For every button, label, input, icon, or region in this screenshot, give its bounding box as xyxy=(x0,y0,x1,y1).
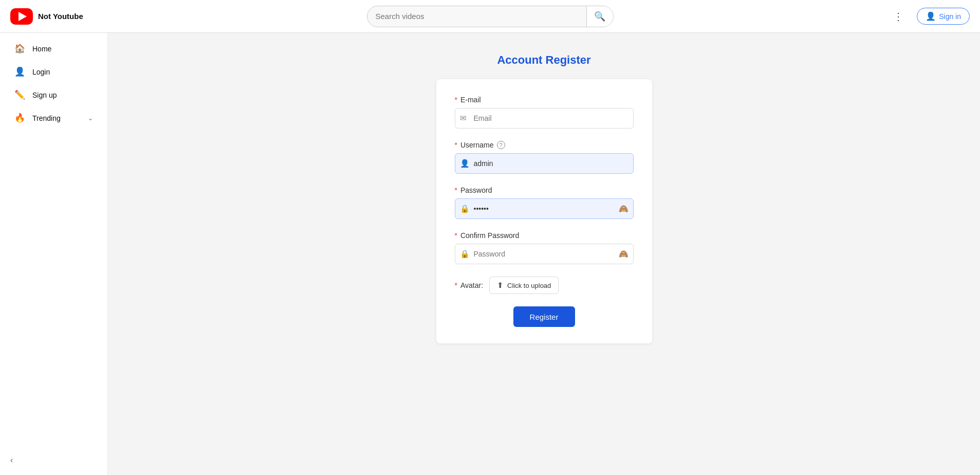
sidebar: 🏠 Home 👤 Login ✏️ Sign up 🔥 Trending ⌄ ‹ xyxy=(0,33,108,475)
password-label-text: Password xyxy=(460,186,492,194)
email-icon: ✉ xyxy=(460,114,467,123)
trending-icon: 🔥 xyxy=(14,113,25,123)
email-group: * E-mail ✉ xyxy=(455,96,634,129)
avatar-row: * Avatar: ⬆ Click to upload xyxy=(455,277,634,294)
confirm-password-label-text: Confirm Password xyxy=(460,231,519,240)
confirm-password-group: * Confirm Password 🔒 🙈 xyxy=(455,231,634,264)
logo-area: Not Youtube xyxy=(10,8,103,25)
confirm-required-star: * xyxy=(455,231,457,240)
search-area: 🔍 xyxy=(111,6,869,27)
search-button[interactable]: 🔍 xyxy=(586,6,613,27)
username-help-icon[interactable]: ? xyxy=(497,141,505,149)
search-box: 🔍 xyxy=(367,6,614,27)
sidebar-item-signup[interactable]: ✏️ Sign up xyxy=(4,84,103,105)
username-label: * Username ? xyxy=(455,141,634,149)
upload-label: Click to upload xyxy=(507,282,551,289)
more-button[interactable]: ⋮ xyxy=(889,8,909,25)
register-button[interactable]: Register xyxy=(513,306,575,327)
email-input[interactable] xyxy=(455,108,634,129)
home-icon: 🏠 xyxy=(14,43,25,54)
email-input-wrapper: ✉ xyxy=(455,108,634,129)
password-label: * Password xyxy=(455,186,634,194)
signup-icon: ✏️ xyxy=(14,89,25,100)
sidebar-label-home: Home xyxy=(32,45,51,53)
username-group: * Username ? 👤 xyxy=(455,141,634,174)
chevron-down-icon: ⌄ xyxy=(88,115,93,122)
sidebar-label-login: Login xyxy=(32,68,50,76)
username-input-wrapper: 👤 xyxy=(455,153,634,174)
sidebar-item-login[interactable]: 👤 Login xyxy=(4,61,103,82)
password-input-wrapper: 🔒 🙈 xyxy=(455,198,634,219)
avatar-required-star: * xyxy=(455,281,457,289)
username-required-star: * xyxy=(455,141,457,149)
more-icon: ⋮ xyxy=(893,11,904,22)
sidebar-label-trending: Trending xyxy=(32,114,61,122)
email-label-text: E-mail xyxy=(460,96,481,104)
sidebar-item-home[interactable]: 🏠 Home xyxy=(4,38,103,59)
confirm-password-label: * Confirm Password xyxy=(455,231,634,240)
logo-icon xyxy=(10,8,33,25)
signin-button[interactable]: 👤 Sign in xyxy=(917,8,970,25)
logo-text: Not Youtube xyxy=(38,12,83,21)
register-form-card: * E-mail ✉ * Username ? 👤 xyxy=(436,79,652,343)
signin-label: Sign in xyxy=(939,12,961,21)
header: Not Youtube 🔍 ⋮ 👤 Sign in xyxy=(0,0,980,33)
sidebar-label-signup: Sign up xyxy=(32,91,57,99)
email-label: * E-mail xyxy=(455,96,634,104)
confirm-password-input[interactable] xyxy=(455,244,634,264)
upload-avatar-button[interactable]: ⬆ Click to upload xyxy=(489,277,559,294)
username-label-text: Username xyxy=(460,141,494,149)
avatar-label: * Avatar: xyxy=(455,281,484,289)
password-group: * Password 🔒 🙈 xyxy=(455,186,634,219)
header-right: ⋮ 👤 Sign in xyxy=(877,8,970,25)
user-icon: 👤 xyxy=(926,11,936,21)
sidebar-item-trending[interactable]: 🔥 Trending ⌄ xyxy=(4,107,103,129)
confirm-lock-icon: 🔒 xyxy=(460,249,470,259)
password-input[interactable] xyxy=(455,198,634,219)
trending-left: 🔥 Trending xyxy=(14,113,61,123)
body-layout: 🏠 Home 👤 Login ✏️ Sign up 🔥 Trending ⌄ ‹… xyxy=(0,33,980,475)
confirm-password-input-wrapper: 🔒 🙈 xyxy=(455,244,634,264)
page-title: Account Register xyxy=(497,53,590,67)
sidebar-collapse-button[interactable]: ‹ xyxy=(8,453,15,467)
username-input[interactable] xyxy=(455,153,634,174)
password-toggle-eye-icon[interactable]: 🙈 xyxy=(619,204,628,213)
main-content: Account Register * E-mail ✉ * Username ? xyxy=(108,33,980,475)
search-icon: 🔍 xyxy=(594,11,605,22)
search-input[interactable] xyxy=(367,8,586,25)
password-lock-icon: 🔒 xyxy=(460,204,470,213)
password-required-star: * xyxy=(455,186,457,194)
login-icon: 👤 xyxy=(14,66,25,77)
confirm-toggle-eye-icon[interactable]: 🙈 xyxy=(619,249,628,259)
avatar-group: * Avatar: ⬆ Click to upload xyxy=(455,277,634,294)
collapse-icon: ‹ xyxy=(10,455,13,464)
upload-icon: ⬆ xyxy=(497,281,504,290)
avatar-label-text: Avatar: xyxy=(460,281,483,289)
username-icon: 👤 xyxy=(460,159,470,168)
email-required-star: * xyxy=(455,96,457,104)
